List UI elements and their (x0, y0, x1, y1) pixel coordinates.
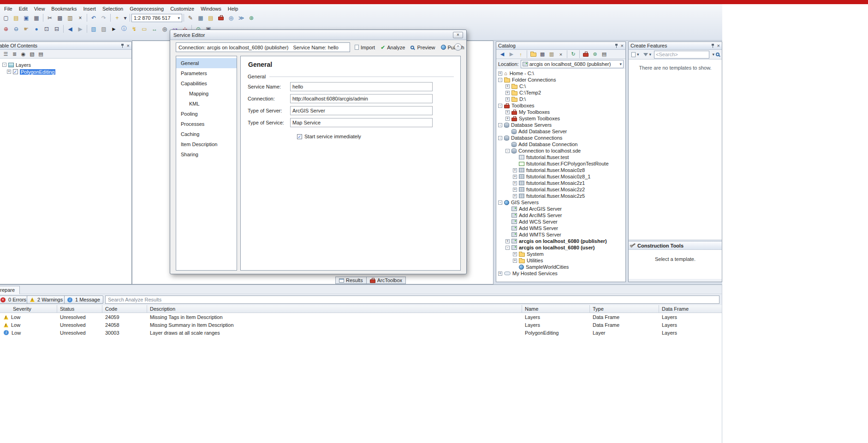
forward-icon[interactable]: ▶ (507, 50, 516, 58)
menu-windows[interactable]: Windows (197, 6, 225, 12)
analyze-button[interactable]: ✔Analyze (378, 42, 408, 52)
filter-message-button[interactable]: 1 Message (64, 295, 103, 304)
column-header-severity[interactable]: Severity (0, 305, 57, 313)
expand-icon[interactable]: + (513, 252, 517, 256)
catalog-tree-item[interactable]: +C:\Temp2 (496, 89, 625, 96)
toolbox-icon[interactable] (582, 50, 590, 58)
service-editor-tab-sharing[interactable]: Sharing (176, 149, 237, 159)
hyperlink-icon[interactable]: ↯ (130, 24, 139, 33)
column-header-description[interactable]: Description (147, 305, 522, 313)
filter-templates-button[interactable]: ▾ (642, 51, 653, 59)
analyze-search-input[interactable] (105, 295, 719, 304)
import-button[interactable]: Import (352, 42, 378, 52)
collapse-icon[interactable]: - (498, 104, 502, 108)
column-header-code[interactable]: Code (102, 305, 147, 313)
catalog-tree-item[interactable]: +Add ArcGIS Server (496, 206, 625, 212)
tab-results[interactable]: Results (335, 277, 367, 284)
search-icon[interactable] (716, 53, 719, 56)
collapse-icon[interactable]: - (505, 149, 510, 153)
pin-icon[interactable] (711, 44, 715, 48)
catalog-tree-item[interactable]: +Add WCS Server (496, 219, 625, 225)
paste-icon[interactable]: ▥ (547, 50, 556, 58)
catalog-tree-item[interactable]: -Connection to localhost.sde (496, 148, 625, 154)
layers-root-item[interactable]: - Layers (0, 61, 131, 68)
zoom-out-icon[interactable]: ⊖ (12, 24, 21, 33)
search-window-icon[interactable]: ◎ (226, 13, 236, 22)
catalog-tree-item[interactable]: +fstutorial.ftuser.test (496, 154, 625, 160)
catalog-tree-item[interactable]: +fstutorial.ftuser.Mosaic0z8 (496, 167, 625, 173)
save-icon[interactable]: ▣ (22, 13, 31, 22)
find-icon[interactable]: ◎ (160, 24, 169, 33)
catalog-tree-item[interactable]: +C:\ (496, 83, 625, 89)
modelbuilder-icon[interactable]: ⊛ (591, 50, 599, 58)
catalog-tree-item[interactable]: +Utilities (496, 257, 625, 264)
layer-visibility-checkbox[interactable]: ✓ (13, 69, 18, 74)
html-popup-icon[interactable]: ▭ (140, 24, 149, 33)
organize-templates-button[interactable]: ▾ (630, 51, 641, 59)
close-icon[interactable]: × (621, 43, 624, 48)
print-icon[interactable]: ▦ (32, 13, 41, 22)
options-icon[interactable]: ▤ (37, 50, 45, 58)
catalog-tree-item[interactable]: +arcgis on localhost_6080 (publisher) (496, 238, 625, 244)
catalog-tree-item[interactable]: +SampleWorldCities (496, 264, 625, 270)
start-service-checkbox-row[interactable]: ✓ Start service immediately (297, 134, 460, 139)
collapse-icon[interactable]: - (498, 136, 502, 140)
catalog-tree-item[interactable]: +fstutorial.ftuser.Mosaic2z5 (496, 193, 625, 199)
catalog-tree-item[interactable]: +System Toolboxes (496, 115, 625, 122)
catalog-tree-item[interactable]: +fstutorial.ftuser.FCPolygonTestRoute (496, 160, 625, 167)
catalog-tree-item[interactable]: +D:\ (496, 96, 625, 102)
field-input-connection[interactable] (290, 94, 433, 103)
back-icon[interactable]: ◀ (498, 50, 506, 58)
menu-geoprocessing[interactable]: Geoprocessing (126, 6, 167, 12)
pin-icon[interactable] (120, 44, 125, 48)
list-by-selection-icon[interactable]: ▧ (28, 50, 36, 58)
next-extent-icon[interactable]: ▶ (76, 24, 85, 33)
fixed-zoom-in-icon[interactable]: ⊡ (42, 24, 51, 33)
column-header-status[interactable]: Status (57, 305, 102, 313)
select-features-icon[interactable]: ▧ (89, 24, 98, 33)
menu-edit[interactable]: Edit (16, 6, 31, 12)
expand-icon[interactable]: + (505, 110, 510, 114)
options-icon[interactable]: ▤ (600, 50, 608, 58)
column-header-type[interactable]: Type (590, 305, 659, 313)
catalog-tree-item[interactable]: +Add WMTS Server (496, 231, 625, 238)
zoom-in-icon[interactable]: ⊕ (1, 24, 11, 33)
refresh-icon[interactable]: ↻ (569, 50, 577, 58)
expand-icon[interactable]: + (513, 175, 517, 179)
column-header-name[interactable]: Name (522, 305, 590, 313)
close-icon[interactable]: × (127, 43, 130, 48)
chevron-down-icon[interactable]: ▾ (619, 62, 622, 66)
copy-icon[interactable]: ▩ (538, 50, 547, 58)
select-elements-icon[interactable]: ► (109, 24, 119, 33)
collapse-icon[interactable]: - (498, 123, 502, 127)
expand-icon[interactable]: + (513, 259, 517, 263)
analyze-result-row[interactable]: LowUnresolved24059Missing Tags in Item D… (0, 313, 722, 321)
fixed-zoom-out-icon[interactable]: ⊟ (52, 24, 61, 33)
tab-prepare[interactable]: Prepare (0, 286, 20, 294)
catalog-tree-item[interactable]: +Add Database Server (496, 128, 625, 135)
catalog-tree-item[interactable]: +Add WMS Server (496, 225, 625, 231)
copy-icon[interactable]: ▩ (55, 13, 65, 22)
table-window-icon[interactable]: ▦ (196, 13, 205, 22)
service-editor-tab-mapping[interactable]: Mapping (176, 89, 237, 99)
menu-selection[interactable]: Selection (99, 6, 126, 12)
catalog-tree-item[interactable]: +System (496, 251, 625, 257)
catalog-tree-item[interactable]: +My Toolboxes (496, 109, 625, 115)
add-data-dropdown[interactable]: ▾ (123, 13, 128, 22)
catalog-tree-item[interactable]: +My Hosted Services (496, 270, 625, 277)
expand-icon[interactable]: + (505, 97, 510, 101)
up-one-level-icon[interactable]: ↑ (517, 50, 525, 58)
menu-customize[interactable]: Customize (167, 6, 197, 12)
clear-selection-icon[interactable]: ▨ (99, 24, 108, 33)
collapse-icon[interactable]: - (498, 78, 502, 82)
tab-arctoolbox[interactable]: ArcToolbox (366, 277, 406, 284)
service-editor-tab-pooling[interactable]: Pooling (176, 109, 237, 119)
expand-icon[interactable]: + (513, 181, 517, 185)
service-editor-tab-caching[interactable]: Caching (176, 129, 237, 139)
close-icon[interactable]: × (717, 43, 720, 48)
filter-warning-button[interactable]: 2 Warnings (27, 295, 66, 304)
menu-insert[interactable]: Insert (80, 6, 99, 12)
service-editor-tab-general[interactable]: General (176, 58, 237, 68)
pin-icon[interactable] (614, 44, 618, 48)
catalog-tree-item[interactable]: -Folder Connections (496, 77, 625, 83)
